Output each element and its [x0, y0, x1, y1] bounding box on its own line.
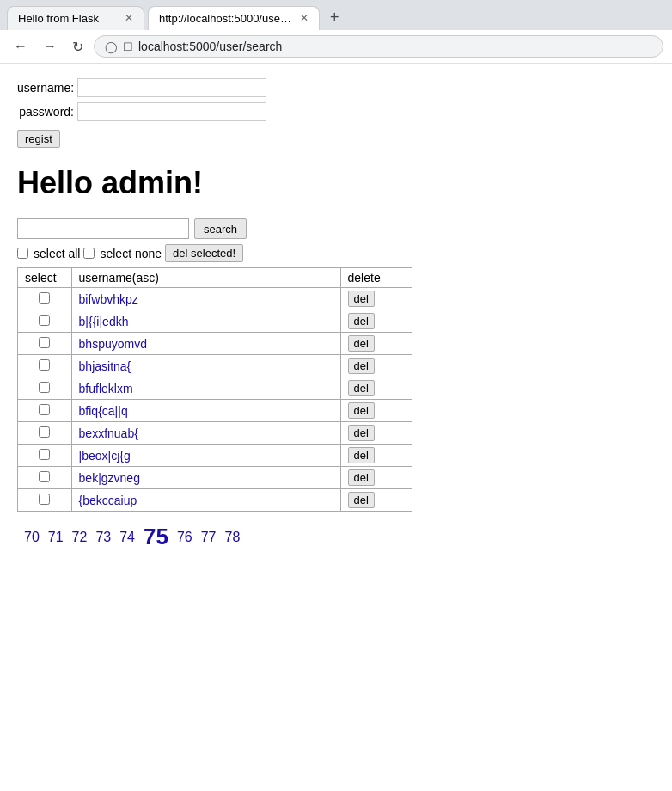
table-row: |beox|cj{gdel: [18, 445, 412, 467]
pagination: 707172737475767778: [17, 524, 655, 550]
tab-hello-flask[interactable]: Hello from Flask ✕: [7, 6, 144, 30]
nav-bar: ← → ↻ ◯ ☐ localhost:5000/user/search: [0, 30, 672, 64]
row-checkbox-5[interactable]: [39, 404, 50, 415]
select-cell: [18, 310, 72, 333]
username-label: username:: [17, 81, 77, 95]
table-row: bhjasitna{del: [18, 355, 412, 377]
row-checkbox-3[interactable]: [39, 359, 50, 371]
select-cell: [18, 355, 72, 377]
del-button-2[interactable]: del: [348, 335, 375, 352]
del-selected-button[interactable]: del selected!: [165, 244, 243, 262]
username-cell: bek|gzvneg: [71, 467, 340, 489]
username-cell: bhspuyomvd: [71, 333, 340, 355]
username-link[interactable]: bhjasitna{: [79, 359, 131, 373]
table-row: b|{{i|edkhdel: [18, 310, 412, 333]
select-cell: [18, 467, 72, 489]
username-link[interactable]: |beox|cj{g: [79, 449, 131, 463]
tab-user-search-label: http://localhost:5000/user/sea: [159, 12, 293, 25]
select-cell: [18, 489, 72, 512]
tab-close-icon-2[interactable]: ✕: [300, 12, 309, 24]
row-checkbox-0[interactable]: [39, 292, 50, 304]
browser-chrome: Hello from Flask ✕ http://localhost:5000…: [0, 0, 672, 64]
select-none-label: select none: [100, 247, 162, 261]
del-button-1[interactable]: del: [348, 313, 375, 329]
row-checkbox-8[interactable]: [39, 471, 50, 482]
back-button[interactable]: ←: [9, 37, 33, 56]
address-bar[interactable]: ◯ ☐ localhost:5000/user/search: [94, 35, 663, 58]
username-link[interactable]: bfiq{ca||q: [79, 404, 128, 418]
select-cell: [18, 445, 72, 467]
select-cell: [18, 333, 72, 355]
page-link-76[interactable]: 76: [177, 530, 192, 545]
search-bar: search: [17, 218, 655, 239]
select-cell: [18, 288, 72, 310]
col-header-delete: delete: [340, 268, 412, 288]
delete-cell: del: [340, 400, 412, 422]
col-header-select: select: [18, 268, 72, 288]
page-link-74[interactable]: 74: [119, 530, 135, 545]
del-button-7[interactable]: del: [348, 447, 375, 463]
username-link[interactable]: {bekccaiup: [79, 494, 137, 507]
username-cell: bhjasitna{: [71, 355, 340, 377]
username-cell: |beox|cj{g: [71, 445, 340, 467]
select-cell: [18, 400, 72, 422]
tab-close-icon[interactable]: ✕: [125, 12, 133, 24]
forward-button[interactable]: →: [38, 37, 62, 56]
reload-button[interactable]: ↻: [67, 37, 89, 57]
del-button-5[interactable]: del: [348, 402, 375, 419]
username-cell: bfiq{ca||q: [71, 400, 340, 422]
del-button-3[interactable]: del: [348, 358, 375, 374]
username-link[interactable]: bhspuyomvd: [79, 337, 147, 351]
delete-cell: del: [340, 377, 412, 400]
table-row: bek|gzvnegdel: [18, 467, 412, 489]
row-checkbox-6[interactable]: [39, 426, 50, 438]
select-all-checkbox[interactable]: [17, 248, 28, 259]
page-link-71[interactable]: 71: [48, 530, 64, 545]
delete-cell: del: [340, 445, 412, 467]
username-input[interactable]: [77, 78, 266, 97]
del-button-8[interactable]: del: [348, 469, 375, 486]
tab-hello-flask-label: Hello from Flask: [18, 12, 118, 25]
regist-button[interactable]: regist: [17, 130, 60, 148]
del-button-0[interactable]: del: [348, 291, 375, 307]
new-tab-button[interactable]: +: [323, 5, 346, 30]
username-cell: bfufleklxm: [71, 377, 340, 400]
delete-cell: del: [340, 288, 412, 310]
username-link[interactable]: bexxfnuab{: [79, 426, 138, 440]
page-link-73[interactable]: 73: [95, 530, 111, 545]
del-button-4[interactable]: del: [348, 380, 375, 396]
username-link[interactable]: bifwbvhkpz: [79, 292, 138, 306]
password-input[interactable]: [77, 102, 266, 121]
row-checkbox-4[interactable]: [39, 382, 50, 393]
select-cell: [18, 377, 72, 400]
select-cell: [18, 422, 72, 445]
delete-cell: del: [340, 310, 412, 333]
delete-cell: del: [340, 422, 412, 445]
username-cell: bexxfnuab{: [71, 422, 340, 445]
username-link[interactable]: bek|gzvneg: [79, 471, 140, 485]
tab-bar: Hello from Flask ✕ http://localhost:5000…: [0, 0, 672, 30]
username-link[interactable]: bfufleklxm: [79, 382, 133, 396]
table-row: bhspuyomvddel: [18, 333, 412, 355]
row-checkbox-2[interactable]: [39, 337, 50, 348]
page-link-75[interactable]: 75: [144, 524, 168, 550]
username-link[interactable]: b|{{i|edkh: [79, 315, 129, 328]
page-link-70[interactable]: 70: [24, 530, 40, 545]
delete-cell: del: [340, 489, 412, 512]
tab-user-search[interactable]: http://localhost:5000/user/sea ✕: [148, 6, 320, 30]
del-button-6[interactable]: del: [348, 425, 375, 441]
select-none-checkbox[interactable]: [83, 248, 95, 259]
table-row: {bekccaiupdel: [18, 489, 412, 512]
search-button[interactable]: search: [194, 218, 247, 239]
del-button-9[interactable]: del: [348, 492, 375, 508]
page-link-78[interactable]: 78: [225, 530, 241, 545]
search-input[interactable]: [17, 218, 189, 239]
row-checkbox-9[interactable]: [39, 494, 50, 505]
username-row: username:: [17, 78, 655, 97]
page-link-72[interactable]: 72: [72, 530, 88, 545]
row-checkbox-7[interactable]: [39, 449, 50, 460]
row-checkbox-1[interactable]: [39, 315, 50, 326]
page-link-77[interactable]: 77: [201, 530, 217, 545]
user-table: select username(asc) delete bifwbvhkpzde…: [17, 267, 412, 512]
select-all-label: select all: [34, 247, 80, 261]
